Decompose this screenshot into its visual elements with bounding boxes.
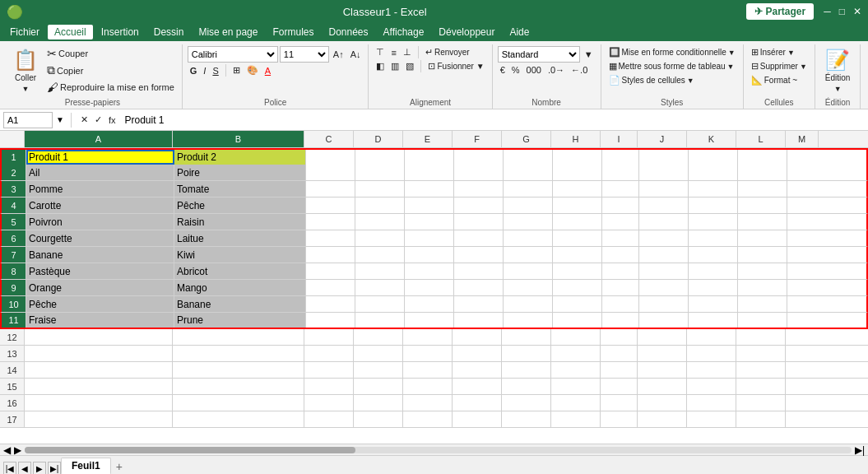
- scrollbar-thumb[interactable]: [25, 447, 355, 453]
- align-middle-button[interactable]: ≡: [388, 47, 398, 58]
- cell-I1[interactable]: [602, 150, 639, 165]
- empty-cell[interactable]: [601, 379, 638, 394]
- formula-dropdown-icon[interactable]: ▼: [56, 115, 64, 124]
- cell-I10[interactable]: [602, 296, 639, 312]
- insert-button[interactable]: ⊞ Insérer ▼: [749, 46, 810, 58]
- empty-cell[interactable]: [687, 346, 736, 361]
- col-header-E[interactable]: E: [403, 131, 453, 147]
- cell-C7[interactable]: [306, 247, 355, 263]
- cell-K11[interactable]: [689, 313, 738, 328]
- cell-C5[interactable]: [306, 214, 355, 230]
- cell-K4[interactable]: [689, 198, 738, 213]
- empty-cell[interactable]: [638, 411, 687, 427]
- cell-J3[interactable]: [639, 181, 689, 197]
- empty-cell[interactable]: [304, 411, 354, 427]
- empty-cell[interactable]: [304, 346, 354, 361]
- cell-E5[interactable]: [405, 214, 454, 230]
- add-sheet-button[interactable]: +: [111, 458, 128, 474]
- cell-D3[interactable]: [355, 181, 405, 197]
- empty-cell[interactable]: [173, 346, 304, 361]
- cell-B6[interactable]: Laitue: [174, 230, 306, 246]
- cell-H9[interactable]: [553, 280, 602, 295]
- bold-button[interactable]: G: [188, 65, 200, 77]
- col-header-J[interactable]: J: [638, 131, 687, 147]
- cell-D8[interactable]: [355, 263, 405, 279]
- empty-cell[interactable]: [736, 329, 786, 345]
- empty-cell[interactable]: [551, 362, 601, 378]
- empty-cell[interactable]: [304, 329, 354, 345]
- fill-color-button[interactable]: 🎨: [244, 64, 261, 77]
- cell-E2[interactable]: [405, 165, 454, 180]
- empty-cell[interactable]: [304, 395, 354, 411]
- cell-H8[interactable]: [553, 263, 602, 279]
- cell-E6[interactable]: [405, 230, 454, 246]
- col-header-L[interactable]: L: [736, 131, 786, 147]
- cell-H4[interactable]: [553, 198, 602, 213]
- align-top-button[interactable]: ⊤: [374, 46, 387, 58]
- scroll-end-icon[interactable]: ▶|: [855, 444, 865, 456]
- cell-L9[interactable]: [738, 280, 787, 295]
- empty-cell[interactable]: [502, 395, 551, 411]
- empty-cell[interactable]: [25, 362, 173, 378]
- cell-F2[interactable]: [454, 165, 504, 180]
- menu-dessin[interactable]: Dessin: [147, 25, 191, 40]
- cell-L5[interactable]: [738, 214, 787, 230]
- empty-cell[interactable]: [551, 411, 601, 427]
- align-center-button[interactable]: ▥: [388, 60, 402, 72]
- conditional-format-button[interactable]: 🔲 Mise en forme conditionnelle ▼: [606, 46, 738, 58]
- cell-G2[interactable]: [504, 165, 553, 180]
- cancel-formula-button[interactable]: ✕: [78, 114, 91, 126]
- insert-function-button[interactable]: fx: [106, 114, 118, 126]
- scroll-left-icon[interactable]: ◀: [3, 444, 11, 456]
- cell-styles-button[interactable]: 📄 Styles de cellules ▼: [606, 74, 738, 86]
- empty-cell[interactable]: [736, 395, 786, 411]
- cell-B5[interactable]: Raisin: [174, 214, 306, 230]
- table-format-button[interactable]: ▦ Mettre sous forme de tableau ▼: [606, 60, 738, 72]
- empty-cell[interactable]: [687, 379, 736, 394]
- cell-F11[interactable]: [454, 313, 504, 328]
- empty-cell[interactable]: [551, 379, 601, 394]
- cell-A7[interactable]: Banane: [26, 247, 174, 263]
- cell-G3[interactable]: [504, 181, 553, 197]
- font-name-select[interactable]: Calibri: [188, 46, 278, 63]
- cell-F4[interactable]: [454, 198, 504, 213]
- cell-A1[interactable]: Produit 1: [26, 150, 174, 165]
- col-header-M[interactable]: M: [786, 131, 819, 147]
- empty-cell[interactable]: [354, 346, 403, 361]
- empty-cell[interactable]: [453, 346, 502, 361]
- empty-cell[interactable]: [403, 379, 453, 394]
- cell-G5[interactable]: [504, 214, 553, 230]
- empty-cell[interactable]: [601, 346, 638, 361]
- empty-cell[interactable]: [453, 329, 502, 345]
- cell-F10[interactable]: [454, 296, 504, 312]
- tab-last-button[interactable]: ▶|: [48, 462, 61, 474]
- empty-cell[interactable]: [601, 411, 638, 427]
- cell-L6[interactable]: [738, 230, 787, 246]
- currency-button[interactable]: €: [498, 64, 508, 76]
- cell-G4[interactable]: [504, 198, 553, 213]
- cell-J4[interactable]: [639, 198, 689, 213]
- cell-D1[interactable]: [355, 150, 405, 165]
- cell-A10[interactable]: Pêche: [26, 296, 174, 312]
- cell-C2[interactable]: [306, 165, 355, 180]
- cell-J9[interactable]: [639, 280, 689, 295]
- cell-H3[interactable]: [553, 181, 602, 197]
- confirm-formula-button[interactable]: ✓: [92, 114, 104, 126]
- empty-cell[interactable]: [173, 362, 304, 378]
- font-size-select[interactable]: 11: [280, 46, 329, 63]
- cell-A6[interactable]: Courgette: [26, 230, 174, 246]
- align-right-button[interactable]: ▧: [403, 60, 416, 72]
- cell-I3[interactable]: [602, 181, 639, 197]
- empty-cell[interactable]: [736, 362, 786, 378]
- cell-G9[interactable]: [504, 280, 553, 295]
- col-header-H[interactable]: H: [551, 131, 601, 147]
- cell-B11[interactable]: Prune: [174, 313, 306, 328]
- empty-cell[interactable]: [687, 362, 736, 378]
- cell-K3[interactable]: [689, 181, 738, 197]
- cell-K5[interactable]: [689, 214, 738, 230]
- empty-cell[interactable]: [502, 346, 551, 361]
- paste-button[interactable]: 📋 Coller ▼: [8, 47, 43, 95]
- delete-button[interactable]: ⊟ Supprimer ▼: [749, 60, 810, 72]
- empty-cell[interactable]: [403, 346, 453, 361]
- cell-F3[interactable]: [454, 181, 504, 197]
